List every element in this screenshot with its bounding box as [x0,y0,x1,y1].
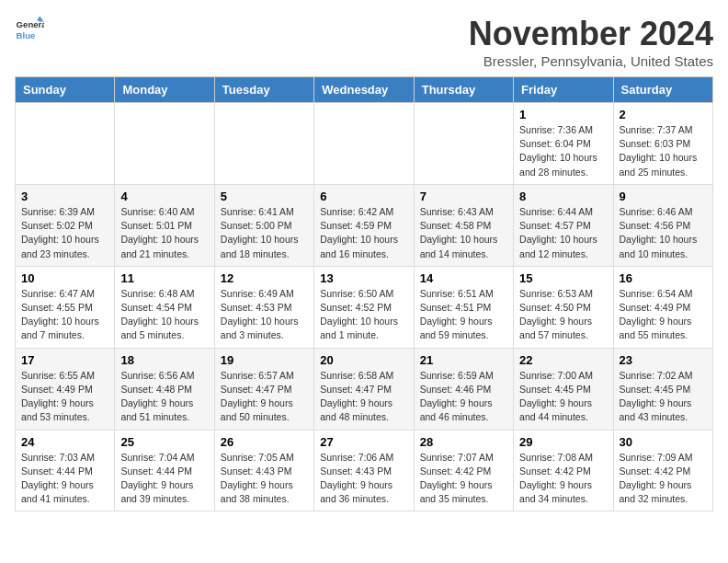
calendar-cell: 29Sunrise: 7:08 AM Sunset: 4:42 PM Dayli… [514,430,613,511]
calendar-cell: 2Sunrise: 7:37 AM Sunset: 6:03 PM Daylig… [613,103,712,185]
day-number: 3 [21,190,108,203]
day-info: Sunrise: 7:09 AM Sunset: 4:42 PM Dayligh… [620,451,707,507]
calendar-cell: 16Sunrise: 6:54 AM Sunset: 4:49 PM Dayli… [613,266,712,348]
day-info: Sunrise: 6:53 AM Sunset: 4:50 PM Dayligh… [519,287,607,343]
calendar-week-row: 3Sunrise: 6:39 AM Sunset: 5:02 PM Daylig… [16,184,713,266]
calendar-header-row: SundayMondayTuesdayWednesdayThursdayFrid… [16,77,713,103]
calendar-cell: 8Sunrise: 6:44 AM Sunset: 4:57 PM Daylig… [514,184,613,266]
day-number: 9 [620,190,707,203]
day-number: 15 [519,271,607,285]
day-info: Sunrise: 6:55 AM Sunset: 4:49 PM Dayligh… [21,369,108,425]
day-number: 29 [519,435,607,449]
calendar-cell: 25Sunrise: 7:04 AM Sunset: 4:44 PM Dayli… [115,430,214,511]
day-number: 19 [221,353,308,367]
day-number: 12 [221,271,308,285]
calendar-cell: 11Sunrise: 6:48 AM Sunset: 4:54 PM Dayli… [115,266,214,348]
day-info: Sunrise: 6:49 AM Sunset: 4:53 PM Dayligh… [221,287,308,343]
title-area: November 2024 Bressler, Pennsylvania, Un… [469,15,713,69]
calendar-cell: 27Sunrise: 7:06 AM Sunset: 4:43 PM Dayli… [314,430,414,511]
day-number: 16 [620,271,707,285]
day-info: Sunrise: 6:42 AM Sunset: 4:59 PM Dayligh… [320,205,407,261]
calendar-cell [414,103,513,185]
calendar-week-row: 10Sunrise: 6:47 AM Sunset: 4:55 PM Dayli… [16,266,713,348]
weekday-header: Sunday [16,77,115,103]
day-info: Sunrise: 6:48 AM Sunset: 4:54 PM Dayligh… [120,287,208,343]
day-info: Sunrise: 6:50 AM Sunset: 4:52 PM Dayligh… [320,287,407,343]
day-info: Sunrise: 7:37 AM Sunset: 6:03 PM Dayligh… [620,123,707,179]
day-number: 6 [320,190,407,203]
month-title: November 2024 [469,15,713,53]
day-number: 18 [120,353,208,367]
calendar-cell: 12Sunrise: 6:49 AM Sunset: 4:53 PM Dayli… [214,266,313,348]
calendar-cell [314,103,414,185]
day-info: Sunrise: 6:47 AM Sunset: 4:55 PM Dayligh… [21,287,108,343]
day-number: 11 [120,271,208,285]
day-info: Sunrise: 6:59 AM Sunset: 4:46 PM Dayligh… [420,369,507,425]
calendar-cell: 17Sunrise: 6:55 AM Sunset: 4:49 PM Dayli… [16,348,115,430]
day-number: 1 [519,108,607,121]
day-number: 26 [221,435,308,449]
day-info: Sunrise: 6:58 AM Sunset: 4:47 PM Dayligh… [320,369,407,425]
day-info: Sunrise: 6:39 AM Sunset: 5:02 PM Dayligh… [21,205,108,261]
day-number: 28 [420,435,507,449]
day-info: Sunrise: 7:00 AM Sunset: 4:45 PM Dayligh… [519,369,607,425]
weekday-header: Thursday [414,77,513,103]
calendar-cell: 1Sunrise: 7:36 AM Sunset: 6:04 PM Daylig… [514,103,613,185]
day-info: Sunrise: 6:41 AM Sunset: 5:00 PM Dayligh… [221,205,308,261]
calendar-cell [115,103,214,185]
day-number: 22 [519,353,607,367]
day-info: Sunrise: 6:44 AM Sunset: 4:57 PM Dayligh… [519,205,607,261]
calendar-week-row: 17Sunrise: 6:55 AM Sunset: 4:49 PM Dayli… [16,348,713,430]
day-number: 8 [519,190,607,203]
day-number: 2 [620,108,707,121]
calendar-week-row: 24Sunrise: 7:03 AM Sunset: 4:44 PM Dayli… [16,430,713,511]
day-number: 27 [320,435,407,449]
day-info: Sunrise: 6:43 AM Sunset: 4:58 PM Dayligh… [420,205,507,261]
logo: General Blue [15,15,44,44]
calendar-cell: 26Sunrise: 7:05 AM Sunset: 4:43 PM Dayli… [214,430,313,511]
day-number: 23 [620,353,707,367]
calendar-week-row: 1Sunrise: 7:36 AM Sunset: 6:04 PM Daylig… [16,103,713,185]
weekday-header: Monday [115,77,214,103]
day-info: Sunrise: 7:08 AM Sunset: 4:42 PM Dayligh… [519,451,607,507]
calendar-cell: 6Sunrise: 6:42 AM Sunset: 4:59 PM Daylig… [314,184,414,266]
calendar-table: SundayMondayTuesdayWednesdayThursdayFrid… [15,76,713,511]
day-info: Sunrise: 7:06 AM Sunset: 4:43 PM Dayligh… [320,451,407,507]
day-info: Sunrise: 6:51 AM Sunset: 4:51 PM Dayligh… [420,287,507,343]
calendar-cell: 24Sunrise: 7:03 AM Sunset: 4:44 PM Dayli… [16,430,115,511]
day-info: Sunrise: 6:40 AM Sunset: 5:01 PM Dayligh… [120,205,208,261]
calendar-cell: 3Sunrise: 6:39 AM Sunset: 5:02 PM Daylig… [16,184,115,266]
day-number: 17 [21,353,108,367]
day-number: 4 [120,190,208,203]
calendar-cell [16,103,115,185]
location-title: Bressler, Pennsylvania, United States [469,53,713,69]
day-info: Sunrise: 7:02 AM Sunset: 4:45 PM Dayligh… [620,369,707,425]
day-number: 24 [21,435,108,449]
day-info: Sunrise: 7:05 AM Sunset: 4:43 PM Dayligh… [221,451,308,507]
day-info: Sunrise: 7:36 AM Sunset: 6:04 PM Dayligh… [519,123,607,179]
calendar-cell: 18Sunrise: 6:56 AM Sunset: 4:48 PM Dayli… [115,348,214,430]
calendar-cell: 30Sunrise: 7:09 AM Sunset: 4:42 PM Dayli… [613,430,712,511]
day-info: Sunrise: 6:54 AM Sunset: 4:49 PM Dayligh… [620,287,707,343]
day-number: 7 [420,190,507,203]
calendar-cell: 28Sunrise: 7:07 AM Sunset: 4:42 PM Dayli… [414,430,513,511]
calendar-cell: 7Sunrise: 6:43 AM Sunset: 4:58 PM Daylig… [414,184,513,266]
calendar-cell: 21Sunrise: 6:59 AM Sunset: 4:46 PM Dayli… [414,348,513,430]
day-number: 20 [320,353,407,367]
day-info: Sunrise: 6:56 AM Sunset: 4:48 PM Dayligh… [120,369,208,425]
calendar-cell: 19Sunrise: 6:57 AM Sunset: 4:47 PM Dayli… [214,348,313,430]
calendar-cell: 13Sunrise: 6:50 AM Sunset: 4:52 PM Dayli… [314,266,414,348]
calendar-cell: 23Sunrise: 7:02 AM Sunset: 4:45 PM Dayli… [613,348,712,430]
day-number: 25 [120,435,208,449]
day-info: Sunrise: 7:07 AM Sunset: 4:42 PM Dayligh… [420,451,507,507]
day-info: Sunrise: 7:03 AM Sunset: 4:44 PM Dayligh… [21,451,108,507]
day-number: 14 [420,271,507,285]
calendar-cell [214,103,313,185]
weekday-header: Tuesday [214,77,313,103]
calendar-cell: 15Sunrise: 6:53 AM Sunset: 4:50 PM Dayli… [514,266,613,348]
calendar-cell: 9Sunrise: 6:46 AM Sunset: 4:56 PM Daylig… [613,184,712,266]
weekday-header: Wednesday [314,77,414,103]
calendar-cell: 22Sunrise: 7:00 AM Sunset: 4:45 PM Dayli… [514,348,613,430]
weekday-header: Saturday [613,77,712,103]
day-info: Sunrise: 7:04 AM Sunset: 4:44 PM Dayligh… [120,451,208,507]
